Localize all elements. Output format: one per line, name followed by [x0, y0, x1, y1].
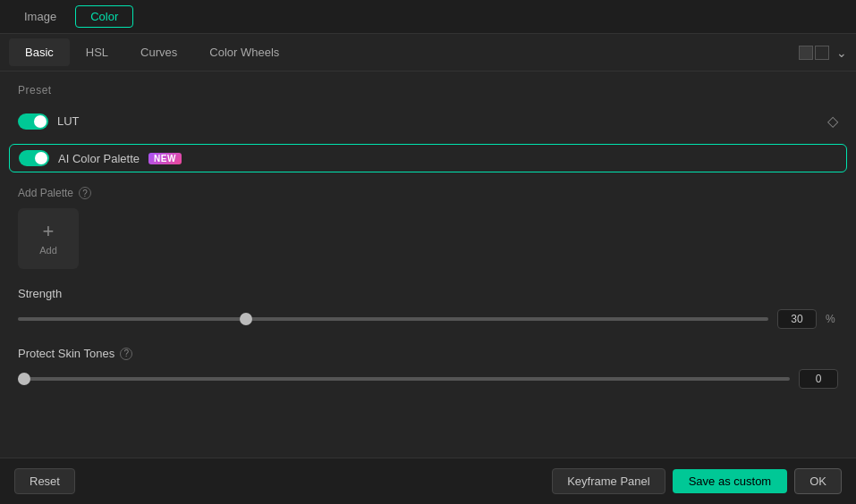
ai-color-palette-label: AI Color Palette	[58, 152, 140, 165]
add-palette-label: Add Palette	[18, 187, 73, 199]
save-as-custom-button[interactable]: Save as custom	[673, 469, 788, 493]
tab-image[interactable]: Image	[9, 5, 72, 28]
add-palette-info-icon[interactable]: ?	[79, 187, 91, 199]
protect-slider-container	[18, 372, 790, 386]
diamond-icon: ◇	[827, 113, 838, 130]
strength-unit: %	[826, 313, 838, 325]
main-content: Preset LUT ◇ AI Color Palette NEW Add Pa…	[0, 71, 856, 458]
strength-slider[interactable]	[18, 317, 768, 321]
protect-skin-tones-value: 0	[799, 369, 838, 389]
ai-color-palette-toggle[interactable]	[19, 150, 49, 166]
strength-label: Strength	[18, 287, 838, 300]
protect-skin-tones-label: Protect Skin Tones	[18, 347, 114, 360]
preset-label: Preset	[18, 84, 838, 97]
new-badge: NEW	[148, 153, 182, 164]
lut-toggle[interactable]	[18, 113, 48, 130]
tab-hsl[interactable]: HSL	[70, 38, 124, 66]
tab-curves[interactable]: Curves	[124, 38, 193, 66]
add-palette-button[interactable]: + Add	[18, 208, 79, 269]
tab-basic[interactable]: Basic	[9, 38, 70, 66]
sub-tabs-right-controls: ⌄	[799, 46, 847, 60]
bottom-bar: Reset Keyframe Panel Save as custom OK	[0, 458, 856, 504]
strength-slider-row: 30 %	[18, 309, 838, 329]
strength-slider-container	[18, 312, 768, 326]
split-view-icon[interactable]	[799, 46, 829, 60]
reset-button[interactable]: Reset	[14, 468, 75, 494]
top-tab-bar: Image Color	[0, 0, 856, 34]
add-plus-icon: +	[43, 222, 55, 241]
add-palette-button-label: Add	[39, 245, 57, 256]
protect-skin-tones-slider[interactable]	[18, 377, 790, 381]
strength-section: Strength 30 %	[18, 287, 838, 329]
collapse-button[interactable]: ⌄	[836, 46, 847, 60]
protect-skin-tones-info-icon[interactable]: ?	[120, 348, 132, 360]
palette-section: Add Palette ? + Add	[18, 187, 838, 269]
protect-skin-tones-section: Protect Skin Tones ? 0	[18, 347, 838, 389]
ai-color-palette-row: AI Color Palette NEW	[9, 144, 847, 172]
bottom-right-controls: Keyframe Panel Save as custom OK	[552, 468, 842, 494]
strength-value: 30	[777, 309, 817, 329]
palette-label-row: Add Palette ?	[18, 187, 838, 199]
lut-row: LUT ◇	[18, 107, 838, 135]
tab-color-wheels[interactable]: Color Wheels	[193, 38, 295, 66]
protect-label-row: Protect Skin Tones ?	[18, 347, 838, 360]
tab-color[interactable]: Color	[75, 5, 133, 28]
ok-button[interactable]: OK	[794, 468, 842, 494]
sub-tab-bar: Basic HSL Curves Color Wheels ⌄	[0, 34, 856, 71]
protect-slider-row: 0	[18, 369, 838, 389]
keyframe-panel-button[interactable]: Keyframe Panel	[552, 468, 665, 494]
lut-label: LUT	[57, 114, 80, 128]
